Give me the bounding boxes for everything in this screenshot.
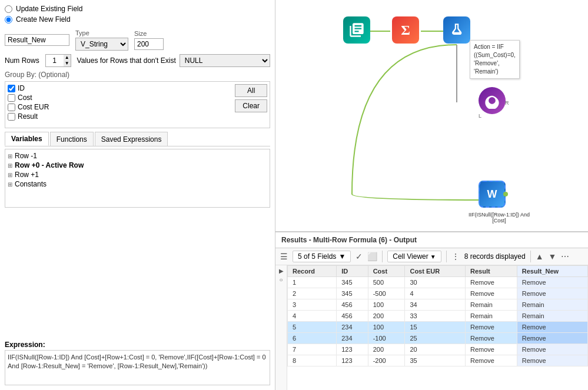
results-table: Record ID Cost Cost EUR Result Result_Ne… [287, 265, 588, 366]
col-resultnew: Result_New [517, 266, 587, 277]
cell-r5-c3: 15 [405, 322, 466, 333]
fields-count-dropdown[interactable]: 5 of 5 Fields ▼ [293, 251, 351, 262]
nav-up-btn[interactable]: ▲ [536, 252, 544, 261]
table-header-row: Record ID Cost Cost EUR Result Result_Ne… [288, 266, 588, 277]
cell-r2-c4: Remove [466, 288, 517, 299]
checkbox-id-label: ID [18, 84, 25, 92]
line-cell-icon[interactable]: ⋮ [451, 252, 460, 261]
all-button[interactable]: All [235, 84, 267, 97]
groupby-box: ID Cost Cost EUR Result [5, 81, 270, 128]
cell-viewer-btn[interactable]: Cell Viewer ▼ [387, 251, 441, 262]
table-row[interactable]: 523410015RemoveRemove [288, 322, 588, 333]
left-panel: Update Existing Field Create New Field T… [0, 0, 275, 390]
node-book[interactable] [343, 16, 370, 44]
results-title: Results [281, 236, 307, 244]
sigma-symbol: Σ [401, 22, 410, 38]
field-size-group: Size [134, 30, 164, 50]
table-row[interactable]: 6234-10025RemoveRemove [288, 333, 588, 344]
tab-functions[interactable]: Functions [50, 132, 94, 146]
table-row[interactable]: 345610034RemainRemain [288, 299, 588, 311]
cell-r5-c2: 100 [368, 322, 405, 333]
cell-r6-c5: Remove [517, 333, 587, 344]
cell-r3-c5: Remain [517, 299, 587, 311]
cell-viewer-arrow: ▼ [430, 254, 436, 260]
cell-r4-c1: 456 [337, 311, 368, 322]
col-record: Record [288, 266, 337, 277]
nav-more-btn[interactable]: ⋯ [561, 252, 569, 261]
spin-down-btn[interactable]: ▼ [64, 61, 71, 66]
cell-r8-c1: 123 [337, 355, 368, 366]
checkbox-cost: Cost [8, 94, 231, 102]
export-icon-btn[interactable]: ⬜ [367, 252, 377, 261]
size-label: Size [134, 30, 164, 37]
results-subtitle: Multi-Row Formula (6) - Output [313, 236, 417, 244]
formula-node-label: IIF(ISNull([Row-1:ID]) And [Cost] [467, 212, 531, 224]
expression-section: Expression: IIF(ISNull([Row-1:ID]) And [… [5, 341, 270, 385]
book-icon [348, 22, 365, 38]
expression-label: Expression: [5, 341, 270, 349]
join-l-label: L [479, 113, 481, 119]
numrows-input[interactable] [46, 56, 64, 65]
node-sigma[interactable]: Σ [392, 16, 419, 44]
nav-down-btn[interactable]: ▼ [549, 252, 557, 261]
results-header: Results - Multi-Row Formula (6) - Output [275, 232, 588, 248]
node-flask[interactable] [443, 16, 470, 44]
field-config-row: Type V_String Size [5, 29, 270, 51]
cell-r8-c5: Remove [517, 355, 587, 366]
side-icon-2[interactable]: ○ [279, 276, 283, 283]
tree-row-minus1[interactable]: ⊞ Row -1 [8, 152, 267, 160]
field-size-input[interactable] [134, 38, 164, 50]
tab-saved-expressions[interactable]: Saved Expressions [95, 132, 168, 146]
toolbar-sep2 [446, 251, 447, 262]
table-row[interactable]: 8123-20035RemoveRemove [288, 355, 588, 366]
null-value-select[interactable]: NULL [180, 54, 270, 67]
node-join[interactable] [479, 87, 506, 114]
canvas-area[interactable]: Σ Action = IIF ((Sum_Cost)=0, 'Remove', … [275, 0, 588, 231]
col-cost: Cost [368, 266, 405, 277]
hamburger-btn[interactable]: ☰ [280, 252, 288, 261]
tab-variables[interactable]: Variables [5, 132, 49, 146]
checkbox-cost-input[interactable] [8, 94, 15, 102]
spin-up-btn[interactable]: ▲ [64, 55, 71, 61]
records-label: 8 records displayed [464, 252, 526, 261]
checkbox-id-input[interactable] [8, 85, 15, 92]
groupby-section: Group By: (Optional) ID Cost Cost EUR [5, 71, 270, 128]
cell-r8-c4: Remove [466, 355, 517, 366]
update-field-radio[interactable] [5, 5, 12, 13]
check-icon-btn[interactable]: ✓ [356, 252, 363, 261]
checkbox-result-input[interactable] [8, 113, 15, 121]
table-row[interactable]: 445620033RemainRemain [288, 311, 588, 322]
col-costeur: Cost EUR [405, 266, 466, 277]
field-type-select[interactable]: V_String [75, 38, 128, 51]
tree-row-plus1[interactable]: ⊞ Row +1 [8, 171, 267, 179]
results-toolbar: ☰ 5 of 5 Fields ▼ ✓ ⬜ Cell Viewer ▼ ⋮ 8 … [275, 248, 588, 265]
groupby-inner: ID Cost Cost EUR Result [8, 84, 267, 122]
cell-r2-c5: Remove [517, 288, 587, 299]
tree-row-active[interactable]: ⊞ Row +0 - Active Row [8, 161, 267, 169]
table-row[interactable]: 712320020RemoveRemove [288, 344, 588, 355]
side-icon-1[interactable]: ▶ [279, 268, 284, 274]
null-values-label: Values for Rows that don't Exist [77, 56, 176, 65]
formula-w-symbol: W [487, 188, 497, 201]
cell-r1-c4: Remove [466, 277, 517, 288]
create-field-radio[interactable] [5, 16, 12, 24]
field-name-input[interactable] [5, 34, 69, 46]
cell-r2-c1: 345 [337, 288, 368, 299]
variables-tree: ⊞ Row -1 ⊞ Row +0 - Active Row ⊞ Row +1 … [5, 149, 270, 208]
tree-row-constants[interactable]: ⊞ Constants [8, 180, 267, 188]
checkbox-costeur-input[interactable] [8, 104, 15, 111]
results-table-wrap: Record ID Cost Cost EUR Result Result_Ne… [287, 265, 588, 390]
col-result: Result [466, 266, 517, 277]
field-name-group [5, 34, 69, 46]
type-label: Type [75, 29, 128, 36]
cell-r5-c4: Remove [466, 322, 517, 333]
table-row[interactable]: 134550030RemoveRemove [288, 277, 588, 288]
expression-box[interactable]: IIF(ISNull([Row-1:ID]) And [Cost]+[Row+1… [5, 350, 270, 385]
cell-r7-c2: 200 [368, 344, 405, 355]
cell-r5-c0: 5 [288, 322, 337, 333]
table-row[interactable]: 2345-5004RemoveRemove [288, 288, 588, 299]
clear-button[interactable]: Clear [235, 99, 267, 112]
numrows-label: Num Rows [5, 56, 39, 65]
node-formula[interactable]: W [479, 181, 506, 208]
numrows-spinner[interactable]: ▲ ▼ [45, 54, 71, 67]
